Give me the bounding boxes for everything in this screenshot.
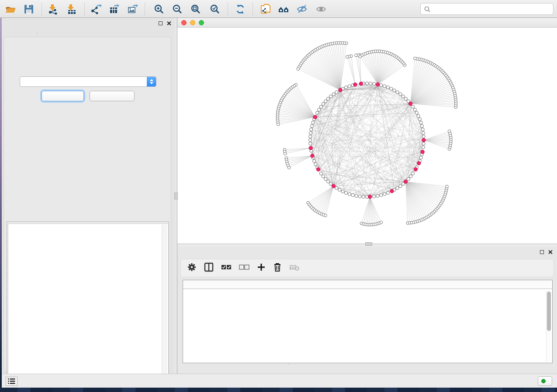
ring-node[interactable] (338, 188, 341, 191)
import-network-icon[interactable] (46, 2, 60, 16)
create-column-icon[interactable] (257, 263, 266, 273)
save-session-icon[interactable] (22, 2, 36, 16)
window-close-icon[interactable] (181, 20, 187, 25)
mcds-hub-node[interactable] (414, 168, 417, 171)
ring-node[interactable] (390, 87, 393, 90)
ring-node[interactable] (348, 85, 351, 88)
leaf-node[interactable] (359, 55, 362, 58)
leaf-node[interactable] (287, 166, 291, 169)
task-history-button[interactable] (6, 377, 17, 386)
ring-node[interactable] (326, 180, 329, 183)
ring-node[interactable] (413, 108, 416, 111)
ring-node[interactable] (373, 195, 376, 198)
ring-node[interactable] (420, 124, 423, 127)
ring-node[interactable] (422, 135, 425, 138)
leaf-node[interactable] (448, 130, 451, 133)
close-panel-icon[interactable] (548, 250, 553, 254)
table-scrollbar-thumb[interactable] (547, 292, 551, 331)
ring-node[interactable] (309, 135, 312, 138)
mcds-hub-node[interactable] (311, 154, 314, 158)
hide-selected-icon[interactable] (295, 2, 309, 16)
mcds-hub-node[interactable] (353, 83, 357, 86)
memory-button[interactable] (538, 376, 552, 386)
zoom-in-icon[interactable] (152, 2, 166, 16)
ring-node[interactable] (318, 108, 321, 111)
ring-node[interactable] (308, 138, 311, 141)
leaf-node[interactable] (324, 214, 327, 217)
ring-node[interactable] (335, 91, 338, 94)
divider-grip[interactable] (365, 242, 372, 246)
mcds-hub-node[interactable] (359, 82, 363, 86)
mcds-hub-node[interactable] (313, 115, 317, 119)
ring-node[interactable] (319, 105, 322, 108)
close-panel-icon[interactable] (166, 21, 171, 26)
zoom-fit-icon[interactable] (189, 2, 203, 16)
ring-node[interactable] (422, 146, 425, 149)
ring-node[interactable] (399, 93, 402, 96)
leaf-node[interactable] (346, 55, 349, 58)
zoom-selected-icon[interactable] (208, 2, 222, 16)
ring-node[interactable] (345, 86, 348, 89)
open-file-icon[interactable] (3, 2, 17, 16)
ring-node[interactable] (358, 195, 361, 198)
mcds-hub-node[interactable] (316, 168, 320, 171)
ring-node[interactable] (418, 118, 421, 121)
ring-node[interactable] (355, 194, 358, 197)
export-table-icon[interactable] (107, 2, 121, 16)
leaf-node[interactable] (297, 68, 300, 71)
result-list-scrollbar[interactable] (162, 224, 167, 382)
ring-node[interactable] (365, 82, 368, 85)
mcds-hub-node[interactable] (376, 83, 380, 86)
leaf-node[interactable] (414, 57, 417, 60)
mcds-hub-node[interactable] (422, 138, 426, 142)
ring-node[interactable] (419, 121, 422, 124)
ring-node[interactable] (311, 124, 314, 127)
leaf-node[interactable] (380, 221, 383, 224)
ring-node[interactable] (316, 111, 319, 114)
ring-node[interactable] (313, 159, 316, 162)
ring-node[interactable] (386, 191, 389, 194)
ring-node[interactable] (324, 177, 327, 180)
first-neighbors-icon[interactable] (277, 2, 291, 16)
export-network-icon[interactable] (89, 2, 103, 16)
mcds-hub-node[interactable] (368, 195, 372, 199)
close-panel-button[interactable] (90, 91, 135, 101)
select-all-columns-icon[interactable] (221, 264, 232, 272)
refresh-icon[interactable] (233, 2, 247, 16)
ring-node[interactable] (322, 103, 325, 106)
ring-node[interactable] (419, 156, 422, 159)
delete-table-icon[interactable] (289, 263, 300, 273)
ring-node[interactable] (322, 175, 325, 178)
delete-column-icon[interactable] (273, 262, 282, 274)
ring-node[interactable] (369, 82, 372, 85)
criterion-dropdown[interactable] (20, 76, 156, 87)
ring-node[interactable] (314, 163, 317, 166)
show-all-icon[interactable] (315, 2, 329, 16)
ring-node[interactable] (383, 193, 386, 196)
ring-node[interactable] (407, 177, 410, 180)
ring-node[interactable] (396, 91, 399, 94)
ring-node[interactable] (309, 131, 312, 134)
ring-node[interactable] (380, 84, 383, 87)
leaf-node[interactable] (284, 152, 287, 155)
ring-node[interactable] (310, 128, 313, 131)
ring-node[interactable] (404, 97, 407, 100)
zoom-out-icon[interactable] (170, 2, 184, 16)
ring-node[interactable] (412, 105, 415, 108)
mcds-hub-node[interactable] (332, 184, 335, 188)
ring-node[interactable] (393, 89, 396, 92)
mcds-hub-node[interactable] (309, 146, 312, 150)
mcds-hub-node[interactable] (339, 88, 342, 92)
ring-node[interactable] (311, 121, 315, 124)
mcds-hub-node[interactable] (421, 150, 424, 154)
ring-node[interactable] (332, 93, 335, 96)
mcds-hub-node[interactable] (408, 102, 412, 105)
mcds-hub-node[interactable] (404, 180, 408, 183)
window-zoom-icon[interactable] (199, 20, 204, 25)
ring-node[interactable] (383, 85, 386, 88)
ring-node[interactable] (326, 97, 329, 100)
run-mcds-button[interactable] (42, 91, 84, 101)
ring-node[interactable] (341, 190, 344, 193)
leaf-node[interactable] (355, 54, 358, 57)
unselect-all-columns-icon[interactable] (239, 264, 249, 272)
